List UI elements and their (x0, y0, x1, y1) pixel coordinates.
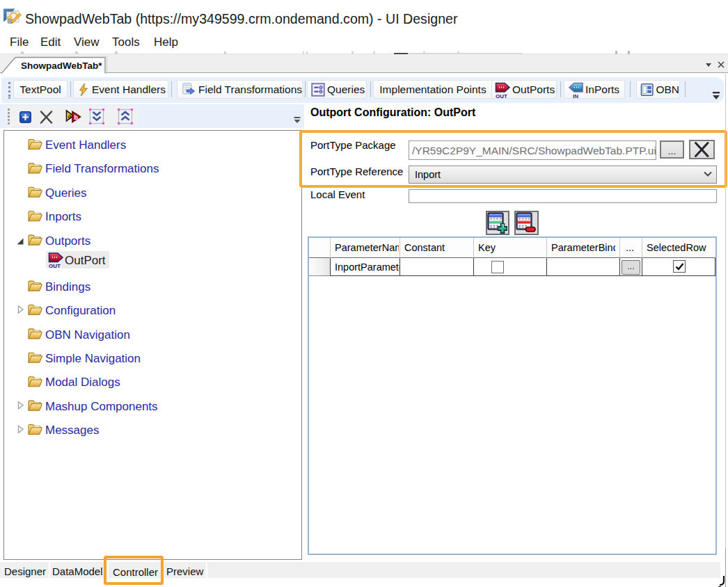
svg-text:OUT: OUT (496, 93, 507, 98)
svg-text:OUT: OUT (49, 263, 61, 268)
svg-text:IN: IN (573, 93, 578, 98)
